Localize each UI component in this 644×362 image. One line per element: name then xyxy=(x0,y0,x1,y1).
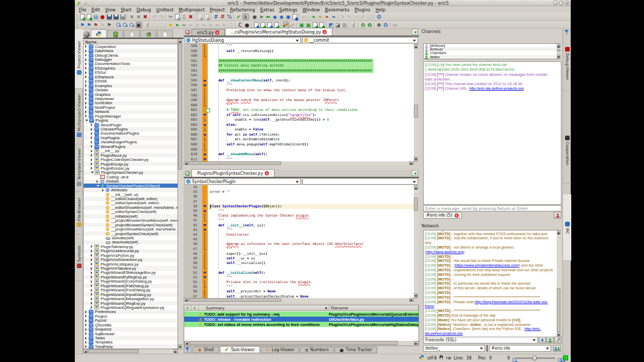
eraser-icon[interactable]: ▱ xyxy=(353,13,360,20)
save-as-icon[interactable] xyxy=(113,13,119,20)
tab-list-button[interactable] xyxy=(412,29,418,35)
expand-arrow[interactable] xyxy=(91,267,93,270)
search-next-icon[interactable] xyxy=(204,13,210,20)
class-combo[interactable]: SyntaxCheckerPlugin xyxy=(185,178,301,185)
irc-user[interactable]: detlev xyxy=(424,55,561,59)
network-vscroll-thumb[interactable] xyxy=(557,288,560,332)
run-icon[interactable]: ➤ xyxy=(174,22,181,28)
task-hscroll-inc[interactable]: ▶ xyxy=(414,341,418,345)
draw2-icon[interactable]: ✎ xyxy=(347,13,353,20)
project-tab-translations[interactable] xyxy=(140,30,156,38)
replace-files-icon[interactable] xyxy=(292,13,298,20)
userlist-vscroll[interactable]: ▲▼ xyxy=(557,43,561,59)
zoom-icon[interactable] xyxy=(129,22,135,28)
editor-bottom-hscroll-dec[interactable]: ◀ xyxy=(184,298,188,302)
expand-arrow[interactable] xyxy=(102,189,105,192)
editor-top-hscroll-thumb[interactable] xyxy=(189,161,281,165)
sidebar-tab-symbols[interactable]: Symbols xyxy=(75,235,83,281)
task-row[interactable]: ⚠TODO: add support for hg summary --mqPl… xyxy=(184,311,418,317)
step-out-icon[interactable]: ⬅ xyxy=(215,22,221,28)
expand-arrow[interactable] xyxy=(85,45,88,48)
indent-icon[interactable]: # xyxy=(213,13,219,20)
bookmark1-icon[interactable]: ❧ xyxy=(311,13,317,20)
profile-icon[interactable] xyxy=(267,22,273,28)
expand-arrow[interactable] xyxy=(85,58,88,61)
bookmark4-icon[interactable]: ❧ xyxy=(331,13,337,20)
away-button[interactable] xyxy=(546,337,554,343)
userlist-vscroll-thumb[interactable] xyxy=(557,49,560,52)
pen-icon[interactable]: ✐ xyxy=(360,13,366,20)
tree-vscroll-inc[interactable]: ▼ xyxy=(178,344,182,349)
highlight-icon[interactable]: ∕ xyxy=(145,22,151,28)
menu-edit[interactable]: Edit xyxy=(89,7,102,12)
expand-arrow[interactable] xyxy=(91,262,93,266)
menu-file[interactable]: File xyxy=(76,7,89,12)
doc1-icon[interactable]: ▢ xyxy=(152,22,158,28)
editor-top-vscroll-inc[interactable]: ▼ xyxy=(414,157,418,161)
expand-arrow[interactable] xyxy=(91,123,93,126)
menu-bookmarks[interactable]: Bookmarks xyxy=(323,7,352,12)
expand-arrow[interactable] xyxy=(91,158,93,161)
close-all-icon[interactable]: ✕ xyxy=(136,13,142,20)
search-files-icon[interactable]: ◉ xyxy=(285,13,292,20)
draw1-icon[interactable]: ✎ xyxy=(340,13,346,20)
expand-arrow[interactable] xyxy=(91,271,93,274)
expand-arrow[interactable] xyxy=(91,162,93,166)
redo-icon[interactable]: ↷ xyxy=(158,13,165,20)
expand-arrow[interactable] xyxy=(91,284,93,287)
tree-item[interactable]: AboutPlugin xyxy=(84,123,178,127)
editor-top-code[interactable]: 5885895905915925935945955965975985996006… xyxy=(184,44,414,161)
goto-prev-icon[interactable]: ⬅ xyxy=(265,13,271,20)
unittest-icon[interactable]: ▣ xyxy=(299,22,305,28)
profile2-icon[interactable] xyxy=(273,22,280,28)
encoding-indicator[interactable]: utf-8 xyxy=(427,356,437,360)
join-channel-button[interactable] xyxy=(553,345,561,352)
expand-arrow[interactable] xyxy=(91,128,93,131)
expand-arrow[interactable] xyxy=(91,250,93,253)
tree-item[interactable]: WizardPlugins xyxy=(84,144,178,149)
bm-file-icon[interactable]: ⚑ xyxy=(106,22,112,28)
sidebar-tab-irc[interactable]: IRC xyxy=(563,194,571,261)
unindent-icon[interactable]: # xyxy=(220,13,226,20)
fold-arrow[interactable] xyxy=(202,123,207,128)
zoom-in-icon[interactable] xyxy=(116,22,122,28)
menu-unittest[interactable]: Unittest xyxy=(154,7,176,12)
filename-column-header[interactable]: Filename xyxy=(329,305,418,310)
menu-extras[interactable]: Extras xyxy=(257,7,277,12)
tab-close-icon[interactable]: x xyxy=(265,171,269,175)
cut-icon[interactable]: ✂ xyxy=(168,13,174,20)
expand-arrow[interactable] xyxy=(91,132,93,135)
menu-plugins[interactable]: Plugins xyxy=(352,7,373,12)
network-vscroll-dec[interactable]: ▲ xyxy=(557,230,560,235)
connect-button[interactable] xyxy=(539,337,546,343)
expand-arrow[interactable] xyxy=(91,254,93,257)
editor-bottom-hscroll[interactable]: ◀▶ xyxy=(184,298,414,303)
expand-arrow[interactable] xyxy=(85,102,88,105)
web-icon[interactable]: ❂ xyxy=(376,13,382,20)
tree-item[interactable]: Plugins xyxy=(84,118,178,122)
fold-arrow[interactable] xyxy=(202,228,207,233)
tree-item[interactable]: DocumentationPlugins xyxy=(84,131,178,136)
bird2-icon[interactable]: ✿ xyxy=(367,22,373,28)
expand-arrow[interactable] xyxy=(91,154,93,157)
expand-arrow[interactable] xyxy=(96,185,100,187)
permissions-indicator[interactable]: rw xyxy=(446,356,451,360)
slash-icon[interactable]: ∕ xyxy=(351,22,357,28)
fold-arrow[interactable] xyxy=(202,223,207,228)
expand-arrow[interactable] xyxy=(85,67,88,70)
menu-settings[interactable]: Settings xyxy=(277,7,300,12)
task-row[interactable]: ⚠TODO: release - reenable redirectionUI/… xyxy=(184,317,418,322)
irc-chat-area[interactable]: [13:09] [-->] You have joined the channe… xyxy=(423,61,561,205)
tree-vscroll[interactable]: ▲▼ xyxy=(178,39,183,349)
expand-arrow[interactable] xyxy=(85,323,88,326)
task-hscroll-dec[interactable]: ◀ xyxy=(184,341,189,345)
expand-arrow[interactable] xyxy=(91,150,93,153)
tree-item[interactable]: PluginCodeStyleChecker.py xyxy=(84,157,178,161)
doc2-icon[interactable]: ▢ xyxy=(158,22,165,28)
expand-arrow[interactable] xyxy=(85,75,88,78)
bm-toggle-icon[interactable]: ⚑ xyxy=(79,22,86,28)
editor-top-vscroll-dec[interactable]: ▲ xyxy=(414,44,418,48)
editor-bottom-vscroll-inc[interactable]: ▼ xyxy=(414,293,418,298)
bottom-tab-shell[interactable]: ❖Shell xyxy=(192,347,219,353)
editor-top-vscroll[interactable]: ▲▼ xyxy=(414,44,419,161)
